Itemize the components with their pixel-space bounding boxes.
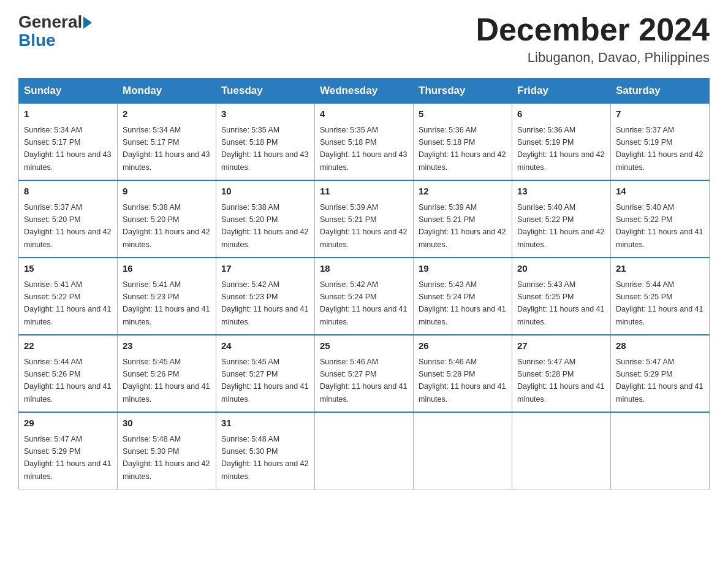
day-number: 14 [616,185,704,199]
month-title: December 2024 [476,12,710,47]
day-info: Sunrise: 5:37 AMSunset: 5:20 PMDaylight:… [24,203,111,249]
location-title: Libuganon, Davao, Philippines [476,50,710,66]
calendar-cell: 31 Sunrise: 5:48 AMSunset: 5:30 PMDaylig… [216,412,315,489]
day-info: Sunrise: 5:41 AMSunset: 5:23 PMDaylight:… [123,280,210,326]
day-number: 13 [517,185,605,199]
calendar-cell: 20 Sunrise: 5:43 AMSunset: 5:25 PMDaylig… [512,258,611,335]
calendar-cell: 9 Sunrise: 5:38 AMSunset: 5:20 PMDayligh… [118,180,216,258]
day-info: Sunrise: 5:48 AMSunset: 5:30 PMDaylight:… [221,435,308,481]
day-info: Sunrise: 5:48 AMSunset: 5:30 PMDaylight:… [123,435,210,481]
day-number: 26 [419,339,507,353]
day-number: 6 [517,107,605,121]
calendar-cell: 12 Sunrise: 5:39 AMSunset: 5:21 PMDaylig… [414,180,512,258]
day-number: 10 [221,185,309,199]
calendar-cell: 28 Sunrise: 5:47 AMSunset: 5:29 PMDaylig… [611,335,710,412]
calendar-header-wednesday: Wednesday [315,79,414,104]
day-number: 24 [221,339,309,353]
page-header: General Blue December 2024 Libuganon, Da… [18,12,710,66]
day-info: Sunrise: 5:47 AMSunset: 5:29 PMDaylight:… [24,435,111,481]
day-info: Sunrise: 5:34 AMSunset: 5:17 PMDaylight:… [24,126,111,172]
calendar-cell: 14 Sunrise: 5:40 AMSunset: 5:22 PMDaylig… [611,180,710,258]
day-info: Sunrise: 5:41 AMSunset: 5:22 PMDaylight:… [24,280,111,326]
day-info: Sunrise: 5:39 AMSunset: 5:21 PMDaylight:… [320,203,407,249]
calendar-cell: 22 Sunrise: 5:44 AMSunset: 5:26 PMDaylig… [19,335,118,412]
calendar-cell: 8 Sunrise: 5:37 AMSunset: 5:20 PMDayligh… [19,180,118,258]
calendar-cell: 25 Sunrise: 5:46 AMSunset: 5:27 PMDaylig… [315,335,414,412]
day-number: 30 [123,416,211,431]
calendar-cell: 23 Sunrise: 5:45 AMSunset: 5:26 PMDaylig… [118,335,216,412]
day-number: 8 [24,185,112,199]
calendar-cell [512,412,611,489]
calendar-cell [414,412,512,489]
day-info: Sunrise: 5:39 AMSunset: 5:21 PMDaylight:… [419,203,506,249]
day-info: Sunrise: 5:45 AMSunset: 5:27 PMDaylight:… [221,358,308,404]
day-info: Sunrise: 5:42 AMSunset: 5:23 PMDaylight:… [221,280,308,326]
calendar-cell: 21 Sunrise: 5:44 AMSunset: 5:25 PMDaylig… [611,258,710,335]
day-info: Sunrise: 5:38 AMSunset: 5:20 PMDaylight:… [221,203,308,249]
day-number: 21 [616,262,704,276]
logo-blue-part [82,15,92,29]
day-info: Sunrise: 5:36 AMSunset: 5:19 PMDaylight:… [517,126,604,172]
day-number: 27 [517,339,605,353]
calendar-week-row: 8 Sunrise: 5:37 AMSunset: 5:20 PMDayligh… [19,180,710,258]
day-info: Sunrise: 5:35 AMSunset: 5:18 PMDaylight:… [320,126,407,172]
day-info: Sunrise: 5:37 AMSunset: 5:19 PMDaylight:… [616,126,703,172]
day-info: Sunrise: 5:45 AMSunset: 5:26 PMDaylight:… [123,358,210,404]
calendar-cell: 17 Sunrise: 5:42 AMSunset: 5:23 PMDaylig… [216,258,315,335]
calendar-cell: 6 Sunrise: 5:36 AMSunset: 5:19 PMDayligh… [512,104,611,181]
calendar-week-row: 15 Sunrise: 5:41 AMSunset: 5:22 PMDaylig… [19,258,710,335]
logo-arrow-icon [83,17,92,29]
calendar-header-friday: Friday [512,79,611,104]
day-info: Sunrise: 5:36 AMSunset: 5:18 PMDaylight:… [419,126,506,172]
calendar-cell: 13 Sunrise: 5:40 AMSunset: 5:22 PMDaylig… [512,180,611,258]
day-number: 18 [320,262,408,276]
calendar-header-tuesday: Tuesday [216,79,315,104]
calendar-week-row: 29 Sunrise: 5:47 AMSunset: 5:29 PMDaylig… [19,412,710,489]
day-info: Sunrise: 5:47 AMSunset: 5:29 PMDaylight:… [616,358,703,404]
day-number: 15 [24,262,112,276]
calendar-header-saturday: Saturday [611,79,710,104]
day-info: Sunrise: 5:46 AMSunset: 5:27 PMDaylight:… [320,358,407,404]
calendar-cell: 5 Sunrise: 5:36 AMSunset: 5:18 PMDayligh… [414,104,512,181]
calendar-header-row: SundayMondayTuesdayWednesdayThursdayFrid… [19,79,710,104]
day-number: 12 [419,185,507,199]
day-number: 23 [123,339,211,353]
day-number: 11 [320,185,408,199]
day-info: Sunrise: 5:40 AMSunset: 5:22 PMDaylight:… [616,203,703,249]
day-number: 5 [419,107,507,121]
day-info: Sunrise: 5:35 AMSunset: 5:18 PMDaylight:… [221,126,308,172]
calendar-cell: 30 Sunrise: 5:48 AMSunset: 5:30 PMDaylig… [118,412,216,489]
calendar-cell: 4 Sunrise: 5:35 AMSunset: 5:18 PMDayligh… [315,104,414,181]
day-info: Sunrise: 5:43 AMSunset: 5:24 PMDaylight:… [419,280,506,326]
day-info: Sunrise: 5:40 AMSunset: 5:22 PMDaylight:… [517,203,604,249]
day-number: 2 [123,107,211,121]
day-info: Sunrise: 5:42 AMSunset: 5:24 PMDaylight:… [320,280,407,326]
day-number: 9 [123,185,211,199]
day-info: Sunrise: 5:34 AMSunset: 5:17 PMDaylight:… [123,126,210,172]
calendar-cell: 18 Sunrise: 5:42 AMSunset: 5:24 PMDaylig… [315,258,414,335]
calendar-cell [315,412,414,489]
day-number: 16 [123,262,211,276]
day-info: Sunrise: 5:47 AMSunset: 5:28 PMDaylight:… [517,358,604,404]
calendar-cell: 24 Sunrise: 5:45 AMSunset: 5:27 PMDaylig… [216,335,315,412]
day-info: Sunrise: 5:44 AMSunset: 5:25 PMDaylight:… [616,280,703,326]
logo: General Blue [18,12,92,50]
title-section: December 2024 Libuganon, Davao, Philippi… [476,12,710,66]
day-number: 28 [616,339,704,353]
calendar-cell: 27 Sunrise: 5:47 AMSunset: 5:28 PMDaylig… [512,335,611,412]
calendar-cell: 1 Sunrise: 5:34 AMSunset: 5:17 PMDayligh… [19,104,118,181]
calendar-cell: 3 Sunrise: 5:35 AMSunset: 5:18 PMDayligh… [216,104,315,181]
calendar-cell: 11 Sunrise: 5:39 AMSunset: 5:21 PMDaylig… [315,180,414,258]
day-number: 4 [320,107,408,121]
calendar-cell: 26 Sunrise: 5:46 AMSunset: 5:28 PMDaylig… [414,335,512,412]
calendar-cell: 15 Sunrise: 5:41 AMSunset: 5:22 PMDaylig… [19,258,118,335]
day-number: 22 [24,339,112,353]
logo-blue-text: Blue [18,31,56,50]
calendar-week-row: 1 Sunrise: 5:34 AMSunset: 5:17 PMDayligh… [19,104,710,181]
calendar-cell: 29 Sunrise: 5:47 AMSunset: 5:29 PMDaylig… [19,412,118,489]
calendar-week-row: 22 Sunrise: 5:44 AMSunset: 5:26 PMDaylig… [19,335,710,412]
day-number: 17 [221,262,309,276]
calendar-cell [611,412,710,489]
day-number: 31 [221,416,309,431]
calendar-cell: 2 Sunrise: 5:34 AMSunset: 5:17 PMDayligh… [118,104,216,181]
